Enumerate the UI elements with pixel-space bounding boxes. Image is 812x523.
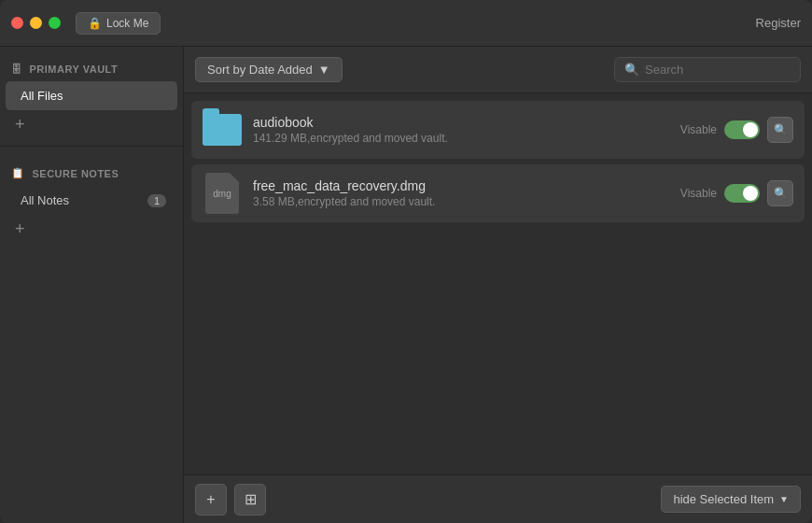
sidebar: 🗄 PRIMARY VAULT All Files + 📋 SECURE NOT… [0, 47, 184, 523]
search-file-button-dmg[interactable]: 🔍 [767, 180, 793, 206]
file-meta-dmg: 3.58 MB,encrypted and moved vault. [253, 195, 669, 208]
lock-label: Lock Me [106, 17, 148, 30]
hide-selected-label: hide Selected Item [673, 492, 774, 506]
sidebar-divider [0, 146, 183, 147]
all-files-label: All Files [21, 89, 63, 103]
sort-arrow-icon: ▼ [318, 63, 330, 77]
all-notes-left: All Notes [21, 193, 69, 207]
app-window: 🔒 Lock Me Register 🗄 PRIMARY VAULT All F… [0, 0, 812, 523]
file-meta-audiobook: 141.29 MB,encrypted and moved vault. [253, 132, 669, 145]
folder-icon [203, 114, 242, 146]
search-box: 🔍 [614, 57, 801, 82]
visable-toggle-audiobook[interactable] [724, 120, 760, 139]
file-info-dmg: free_mac_data_recovery.dmg 3.58 MB,encry… [253, 178, 669, 208]
add-file-button[interactable]: + [195, 484, 227, 516]
toggle-knob-dmg [743, 186, 758, 201]
add-vault-button[interactable]: + [0, 111, 183, 138]
search-icon: 🔍 [624, 63, 639, 77]
sidebar-item-all-notes[interactable]: All Notes 1 [6, 186, 177, 215]
add-note-button[interactable]: + [0, 216, 183, 243]
file-list: audiobook 141.29 MB,encrypted and moved … [184, 93, 812, 474]
register-button[interactable]: Register [756, 16, 801, 30]
content-toolbar: Sort by Date Added ▼ 🔍 [184, 47, 812, 93]
all-notes-badge: 1 [147, 194, 166, 207]
close-button[interactable] [11, 17, 23, 29]
file-actions-dmg: Visable 🔍 [680, 180, 793, 206]
add-vault-icon: + [15, 115, 25, 134]
add-note-icon: + [15, 219, 25, 239]
traffic-lights [11, 17, 61, 29]
add-file-icon: + [206, 491, 215, 508]
main-container: 🗄 PRIMARY VAULT All Files + 📋 SECURE NOT… [0, 47, 812, 523]
notes-section-header: 📋 SECURE NOTES [0, 162, 183, 185]
notes-section: 📋 SECURE NOTES All Notes 1 + [0, 150, 183, 247]
file-item-audiobook: audiobook 141.29 MB,encrypted and moved … [191, 101, 805, 159]
file-icon-dmg: dmg [203, 174, 242, 213]
vault-icon: 🗄 [11, 64, 22, 75]
dmg-icon: dmg [205, 173, 239, 214]
file-name-dmg: free_mac_data_recovery.dmg [253, 178, 669, 193]
file-actions-audiobook: Visable 🔍 [680, 117, 793, 143]
search-file-button-audiobook[interactable]: 🔍 [767, 117, 793, 143]
file-item-dmg: dmg free_mac_data_recovery.dmg 3.58 MB,e… [191, 164, 805, 222]
search-input[interactable] [645, 63, 794, 77]
minimize-button[interactable] [30, 17, 42, 29]
grid-view-button[interactable]: ⊞ [234, 484, 266, 516]
dmg-label: dmg [213, 189, 231, 199]
maximize-button[interactable] [49, 17, 61, 29]
hide-selected-chevron-icon: ▼ [779, 494, 789, 504]
sort-button[interactable]: Sort by Date Added ▼ [195, 57, 343, 82]
file-icon-audiobook [203, 110, 242, 149]
lock-button[interactable]: 🔒 Lock Me [76, 12, 161, 35]
sort-label: Sort by Date Added [207, 63, 313, 77]
visable-label-audiobook: Visable [680, 123, 717, 136]
grid-icon: ⊞ [245, 490, 257, 508]
vault-section-header: 🗄 PRIMARY VAULT [0, 58, 183, 80]
file-name-audiobook: audiobook [253, 115, 669, 130]
hide-selected-button[interactable]: hide Selected Item ▼ [661, 486, 801, 513]
notes-section-label: SECURE NOTES [33, 168, 119, 179]
visable-toggle-dmg[interactable] [724, 184, 760, 203]
file-info-audiobook: audiobook 141.29 MB,encrypted and moved … [253, 115, 669, 145]
note-icon: 📋 [11, 167, 25, 179]
all-files-left: All Files [21, 89, 63, 103]
visable-label-dmg: Visable [680, 187, 717, 200]
bottom-bar: + ⊞ hide Selected Item ▼ [184, 474, 812, 523]
all-notes-label: All Notes [21, 193, 69, 207]
vault-section: 🗄 PRIMARY VAULT All Files + [0, 47, 183, 142]
sidebar-item-all-files[interactable]: All Files [6, 81, 177, 110]
titlebar: 🔒 Lock Me Register [0, 0, 812, 47]
toggle-knob-audiobook [743, 122, 758, 137]
lock-icon: 🔒 [88, 17, 102, 30]
vault-section-label: PRIMARY VAULT [30, 64, 119, 75]
content-area: Sort by Date Added ▼ 🔍 audiobook [184, 47, 812, 523]
